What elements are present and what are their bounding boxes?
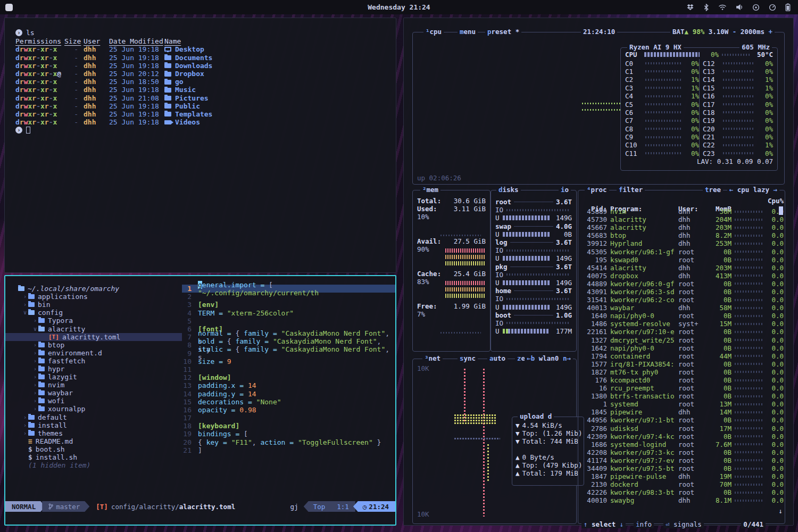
proc-row[interactable]: 1827mt76-tx phy0root0B0.0	[581, 368, 782, 376]
proc-row[interactable]: 2130dockerdroot70M0.0	[581, 480, 782, 488]
proc-tab[interactable]: ⁴proc	[585, 186, 609, 194]
net-sync-button[interactable]: sync	[458, 354, 478, 362]
proc-row[interactable]: 45889nvimdhh36M0.0	[581, 207, 782, 215]
proc-row[interactable]: 1794containerdroot44M0.0	[581, 352, 782, 360]
proc-row[interactable]: 45667alacrittydhh203M0.0	[581, 223, 782, 231]
preset-button[interactable]: preset *	[485, 28, 521, 36]
proc-row[interactable]: 44956kworker/u97:1-btroot0B0.0	[581, 416, 782, 424]
proc-row[interactable]: 1845pipewiredhh14M0.0	[581, 408, 782, 416]
net-interface-switch[interactable]: ←b wlan0 n→	[525, 354, 573, 362]
proc-select-hint[interactable]: ↑ select ↓	[581, 520, 626, 528]
tree-item[interactable]: ›wofi	[5, 397, 182, 405]
tree-item[interactable]: [T]alacritty.toml	[5, 333, 182, 341]
proc-row[interactable]: 16rcu_preemptroot0B0.0	[581, 384, 782, 392]
dropbox-icon[interactable]	[686, 4, 694, 11]
mem-tab[interactable]: ²mem	[420, 186, 440, 194]
proc-row[interactable]: 1327dmcrypt_write/25root0B0.0	[581, 336, 782, 344]
proc-row[interactable]: 45730alacrittydhh204M0.0	[581, 215, 782, 223]
file-name[interactable]: Public	[164, 102, 396, 110]
wifi-icon[interactable]	[718, 4, 727, 11]
io-tab[interactable]: io	[559, 186, 571, 194]
sort-selector[interactable]: ← cpu lazy →	[727, 186, 779, 194]
proc-row[interactable]: 45305kworker/u96:1-gfroot0B0.0	[581, 247, 782, 255]
proc-row[interactable]: 39912Hyprlanddhh253M0.0	[581, 239, 782, 247]
proc-row[interactable]: 1640napi/phy0-0root0B0.0	[581, 312, 782, 320]
bluetooth-icon[interactable]	[703, 4, 709, 11]
proc-scrollbar[interactable]	[779, 206, 783, 215]
file-name[interactable]: Desktop	[164, 45, 396, 53]
proc-row[interactable]: 40010swaybgdhh8.1M0.0	[581, 496, 782, 504]
filter-button[interactable]: filter	[617, 186, 645, 194]
editor-window[interactable]: ~/.local/share/omarchy›applications›bin∨…	[4, 275, 396, 526]
proc-signals-button[interactable]: ⏎ signals	[663, 520, 704, 528]
proc-row[interactable]: 45683btopdhh8.2M0.0	[581, 231, 782, 239]
editor-buffer[interactable]: 1general.import = [ "~/.config/omarchy/c…	[182, 285, 395, 454]
net-auto-button[interactable]: auto	[487, 354, 508, 362]
process-list[interactable]: 45889nvimdhh36M0.045730alacrittydhh204M0…	[578, 206, 785, 504]
file-name[interactable]: go	[164, 78, 396, 86]
tree-item[interactable]: ∨alacritty	[5, 325, 182, 332]
battery-icon[interactable]	[785, 3, 791, 11]
proc-row[interactable]: 1systemdroot13M0.0	[581, 400, 782, 408]
git-branch[interactable]: master	[42, 501, 89, 512]
tree-item[interactable]: ›bin	[5, 301, 182, 309]
proc-row[interactable]: 1847pipewire-pulsedhh19M0.0	[581, 472, 782, 480]
proc-row[interactable]: 34409kworker/u97:5-btroot0B0.0	[581, 464, 782, 472]
tree-item[interactable]: ›environment.d	[5, 349, 182, 357]
tree-item[interactable]: ›xournalpp	[5, 405, 182, 413]
proc-row[interactable]: 2786udisksdroot17M0.0	[581, 425, 782, 433]
update-interval[interactable]: - 2000ms +	[730, 28, 775, 36]
tree-item[interactable]: ›Typora	[5, 317, 182, 325]
tree-item[interactable]: ›applications	[5, 293, 182, 301]
file-name[interactable]: Documents	[164, 54, 396, 62]
tree-item[interactable]: ›fastfetch	[5, 357, 182, 365]
tree-item[interactable]: ›themes	[5, 429, 182, 437]
screen-record-icon[interactable]	[752, 4, 760, 11]
proc-row[interactable]: 45414alacrittydhh203M0.0	[581, 264, 782, 272]
shell-prompt-line[interactable]: ›	[15, 126, 396, 134]
tree-item[interactable]: ›lazygit	[5, 373, 182, 381]
file-name[interactable]: Downloads	[164, 62, 396, 70]
proc-row[interactable]: 176kcompactd0root0B0.0	[581, 376, 782, 384]
btop-window[interactable]: ¹cpu menu preset * 21:24:10 BAT▲ 98% 3.1…	[403, 18, 794, 526]
tree-item[interactable]: $install.sh	[5, 453, 182, 461]
tree-item[interactable]: (1 hidden item)	[5, 461, 182, 469]
proc-info-button[interactable]: info	[634, 520, 654, 528]
tree-item[interactable]: ›install	[5, 421, 182, 429]
file-name[interactable]: Dropbox	[164, 70, 396, 78]
proc-row[interactable]: 42226kworker/u98:3-btroot0B0.0	[581, 488, 782, 496]
proc-row[interactable]: 1486systemd-resolvesyst+15M0.0	[581, 320, 782, 328]
volume-icon[interactable]	[736, 4, 743, 11]
proc-row[interactable]: 195kswapd0root0B0.0	[581, 256, 782, 264]
file-name[interactable]: Pictures	[164, 94, 396, 102]
menu-button[interactable]: menu	[458, 28, 478, 36]
proc-row[interactable]: 42208kworker/u97:3-kcroot0B0.0	[581, 448, 782, 456]
disks-tab[interactable]: disks	[496, 186, 521, 194]
tree-item[interactable]: ›waybar	[5, 389, 182, 397]
proc-row[interactable]: 40075dropboxdhh413M0.0	[581, 272, 782, 280]
proc-row[interactable]: 31541kworker/u96:2-coroot0B0.0	[581, 296, 782, 304]
tree-item[interactable]: ›default	[5, 413, 182, 421]
file-tree[interactable]: ~/.local/share/omarchy›applications›bin∨…	[5, 285, 182, 469]
tree-item[interactable]: ›btop	[5, 341, 182, 349]
tree-item[interactable]: ›nvim	[5, 381, 182, 389]
proc-row[interactable]: 1642napi/phy0-0root0B0.0	[581, 344, 782, 352]
tree-item[interactable]: ›hypr	[5, 365, 182, 373]
tree-item[interactable]: ~/.local/share/omarchy	[5, 285, 182, 293]
file-name[interactable]: Videos	[164, 118, 396, 126]
tree-button[interactable]: tree	[703, 186, 723, 194]
proc-row[interactable]: 44889kworker/u96:0-gfroot0B0.0	[581, 280, 782, 288]
net-tab[interactable]: ³net	[422, 354, 443, 362]
proc-row[interactable]: 43091kworker/u96:3-sdroot0B0.0	[581, 288, 782, 296]
proc-row[interactable]: 1686systemd-logindroot7.6M0.0	[581, 440, 782, 448]
proc-row[interactable]: 1380btrfs-transactioroot0B0.0	[581, 392, 782, 400]
tree-item[interactable]: ≡README.md	[5, 437, 182, 445]
tree-item[interactable]: $boot.sh	[5, 445, 182, 453]
proc-row[interactable]: 41174kworker/u97:7-evroot0B0.0	[581, 456, 782, 464]
file-name[interactable]: Templates	[164, 110, 396, 118]
cpu-tab[interactable]: ¹cpu	[423, 28, 444, 36]
tree-item[interactable]: ∨config	[5, 309, 182, 317]
proc-row[interactable]: 42309kworker/u97:4-kcroot0B0.0	[581, 433, 782, 440]
gauge-icon[interactable]	[769, 4, 776, 11]
proc-row[interactable]: 40013waybardhh58M0.0	[581, 304, 782, 312]
